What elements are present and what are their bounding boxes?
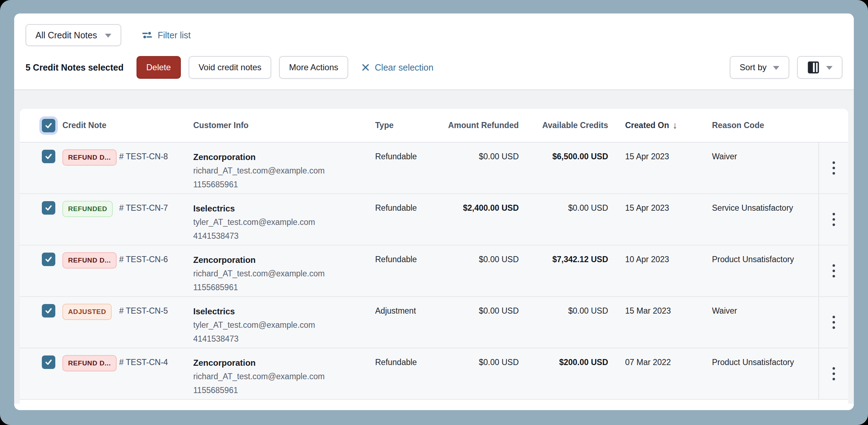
credit-notes-table: Credit Note Customer Info Type Amount Re… <box>20 109 848 404</box>
row-checkbox[interactable] <box>42 150 55 163</box>
amount-refunded: $0.00 USD <box>443 297 519 348</box>
check-icon <box>44 152 53 161</box>
kebab-menu-icon <box>833 264 835 277</box>
customer-email: tyler_AT_test.com@example.com <box>193 215 361 229</box>
available-credits: $6,500.00 USD <box>519 143 608 193</box>
table-body: REFUND D... # TEST-CN-8 Zencorporation r… <box>20 143 848 400</box>
clear-selection-label: Clear selection <box>375 62 433 73</box>
created-on-date: 15 Apr 2023 <box>608 143 712 193</box>
status-badge: REFUND D... <box>62 149 117 166</box>
column-header-created-on[interactable]: Created On ↓ <box>608 120 712 131</box>
select-all-checkbox[interactable] <box>42 119 55 132</box>
status-badge: REFUNDED <box>62 201 113 217</box>
kebab-menu-icon <box>833 316 835 329</box>
customer-phone: 4141538473 <box>193 332 361 346</box>
column-header-reason-code: Reason Code <box>712 121 818 130</box>
reason-code: Product Unsatisfactory <box>712 348 818 399</box>
credit-note-row[interactable]: REFUND D... # TEST-CN-4 Zencorporation r… <box>20 348 848 400</box>
credit-note-type: Refundable <box>375 245 443 296</box>
created-on-date: 10 Apr 2023 <box>608 245 712 296</box>
amount-refunded: $0.00 USD <box>443 143 519 193</box>
reason-code: Waiver <box>712 297 818 348</box>
credit-note-number: # TEST-CN-7 <box>119 194 193 245</box>
chevron-down-icon <box>105 34 111 38</box>
row-checkbox[interactable] <box>42 304 55 318</box>
row-actions-menu-button[interactable] <box>818 348 848 399</box>
credit-note-row[interactable]: REFUNDED # TEST-CN-7 Iselectrics tyler_A… <box>20 194 848 245</box>
reason-code: Service Unsatisfactory <box>712 194 818 245</box>
filter-list-label: Filter list <box>158 30 191 40</box>
customer-name: Zencorporation <box>193 253 361 267</box>
check-icon <box>44 204 53 212</box>
credit-note-type: Refundable <box>375 194 443 245</box>
reason-code: Product Unsatisfactory <box>712 245 818 296</box>
amount-refunded: $0.00 USD <box>443 348 519 399</box>
customer-email: tyler_AT_test.com@example.com <box>193 318 361 332</box>
row-actions-menu-button[interactable] <box>818 143 848 193</box>
credit-note-type: Adjustment <box>375 297 443 348</box>
available-credits: $0.00 USD <box>519 194 608 245</box>
sort-by-label: Sort by <box>740 62 767 72</box>
credit-note-number: # TEST-CN-5 <box>119 297 193 348</box>
customer-email: richard_AT_test.com@example.com <box>193 370 361 383</box>
reason-code: Waiver <box>712 143 818 193</box>
customer-name: Iselectrics <box>193 202 361 215</box>
kebab-menu-icon <box>833 213 835 226</box>
view-selector-label: All Credit Notes <box>35 30 97 40</box>
created-on-date: 15 Mar 2023 <box>608 297 712 348</box>
screen-frame: All Credit Notes Filter list 5 Credit No… <box>0 0 868 425</box>
customer-phone: 4141538473 <box>193 229 361 243</box>
available-credits: $7,342.12 USD <box>519 245 608 296</box>
table-header-row: Credit Note Customer Info Type Amount Re… <box>20 109 848 143</box>
row-checkbox[interactable] <box>42 355 55 369</box>
credit-note-row[interactable]: REFUND D... # TEST-CN-6 Zencorporation r… <box>20 245 848 297</box>
credit-note-number: # TEST-CN-8 <box>119 143 193 193</box>
delete-button[interactable]: Delete <box>137 56 181 79</box>
row-actions-menu-button[interactable] <box>818 245 848 296</box>
credit-note-type: Refundable <box>375 143 443 193</box>
view-selector-dropdown[interactable]: All Credit Notes <box>26 24 121 46</box>
filter-list-link[interactable]: Filter list <box>141 30 191 40</box>
credit-note-row[interactable]: ADJUSTED # TEST-CN-5 Iselectrics tyler_A… <box>20 297 848 348</box>
created-on-date: 15 Apr 2023 <box>608 194 712 245</box>
selection-count-text: 5 Credit Notes selected <box>26 62 124 73</box>
status-badge: REFUND D... <box>62 355 117 371</box>
customer-email: richard_AT_test.com@example.com <box>193 267 361 281</box>
row-checkbox[interactable] <box>42 201 55 215</box>
customer-name: Zencorporation <box>193 150 361 164</box>
check-icon <box>44 255 53 264</box>
chevron-down-icon <box>773 66 779 70</box>
void-credit-notes-button[interactable]: Void credit notes <box>189 56 271 79</box>
column-customization-button[interactable] <box>797 56 842 79</box>
credit-note-number: # TEST-CN-6 <box>119 245 193 296</box>
customer-phone: 1155685961 <box>193 178 361 192</box>
arrow-down-icon: ↓ <box>673 120 677 131</box>
sliders-icon <box>141 30 153 40</box>
kebab-menu-icon <box>833 367 835 380</box>
customer-phone: 1155685961 <box>193 281 361 294</box>
bulk-action-toolbar: 5 Credit Notes selected Delete Void cred… <box>14 53 854 90</box>
check-icon <box>44 121 53 130</box>
row-actions-menu-button[interactable] <box>818 194 848 245</box>
credit-note-number: # TEST-CN-4 <box>119 348 193 399</box>
sort-by-button[interactable]: Sort by <box>730 56 789 79</box>
check-icon <box>44 358 53 366</box>
available-credits: $200.00 USD <box>519 348 608 399</box>
check-icon <box>44 307 53 315</box>
top-bar: All Credit Notes Filter list <box>14 13 854 53</box>
more-actions-button[interactable]: More Actions <box>279 56 348 79</box>
clear-selection-link[interactable]: Clear selection <box>361 62 433 73</box>
header-checkbox-cell <box>20 119 62 132</box>
kebab-menu-icon <box>833 161 835 175</box>
row-checkbox[interactable] <box>42 253 55 266</box>
column-header-available-credits: Available Credits <box>519 121 608 130</box>
column-header-amount-refunded: Amount Refunded <box>443 121 519 130</box>
row-actions-menu-button[interactable] <box>818 297 848 348</box>
credit-notes-window: All Credit Notes Filter list 5 Credit No… <box>14 13 854 410</box>
column-header-credit-note: Credit Note <box>62 121 193 130</box>
credit-note-row[interactable]: REFUND D... # TEST-CN-8 Zencorporation r… <box>20 143 848 194</box>
amount-refunded: $2,400.00 USD <box>443 194 519 245</box>
status-badge: REFUND D... <box>62 252 117 269</box>
available-credits: $0.00 USD <box>519 297 608 348</box>
status-badge: ADJUSTED <box>62 304 112 320</box>
